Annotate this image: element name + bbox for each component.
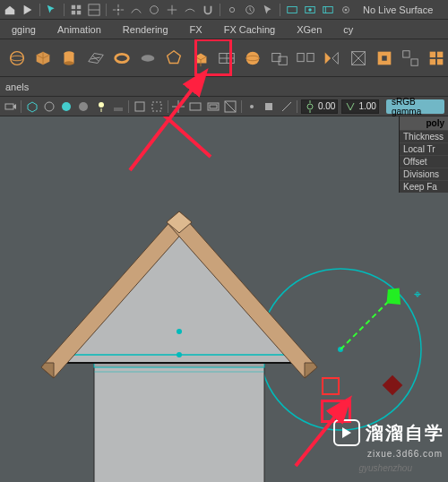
- poly-type-button[interactable]: [215, 45, 237, 72]
- film-gate-icon[interactable]: [189, 99, 202, 115]
- svg-rect-58: [114, 108, 123, 111]
- combine-button[interactable]: [268, 45, 290, 72]
- svg-rect-49: [437, 51, 443, 56]
- grid-toggle-icon[interactable]: [172, 99, 185, 115]
- tab-fx-caching[interactable]: FX Caching: [214, 20, 285, 39]
- ipr-icon[interactable]: [322, 4, 334, 16]
- shelf-bar: [0, 39, 448, 77]
- wireframe-icon[interactable]: [42, 99, 56, 115]
- svg-rect-60: [152, 102, 161, 111]
- light-icon[interactable]: [94, 99, 108, 115]
- tab-fx[interactable]: FX: [180, 20, 212, 39]
- shadow-icon[interactable]: [111, 99, 125, 115]
- more-button[interactable]: [426, 45, 448, 72]
- render-icon[interactable]: [286, 4, 298, 16]
- svg-point-68: [250, 105, 254, 108]
- textured-icon[interactable]: [77, 99, 90, 115]
- tab-rigging[interactable]: gging: [2, 20, 46, 39]
- xray-icon[interactable]: [151, 99, 164, 115]
- svg-point-90: [177, 329, 182, 334]
- viewport[interactable]: poly Thickness Local Tr Offset Divisions…: [0, 116, 448, 482]
- arrow-icon[interactable]: [22, 4, 34, 16]
- exposure-field[interactable]: 0.00: [301, 99, 338, 114]
- layout-icon[interactable]: [88, 4, 100, 16]
- shaded-icon[interactable]: [60, 99, 73, 115]
- append-button[interactable]: [399, 45, 421, 72]
- smooth-button[interactable]: [347, 45, 369, 72]
- grid-icon[interactable]: [70, 4, 82, 16]
- poly-disc-button[interactable]: [136, 45, 159, 72]
- snap-grid-icon[interactable]: [112, 4, 125, 16]
- shelf-tabs: gging Animation Rendering FX FX Caching …: [0, 20, 448, 39]
- svg-point-89: [177, 352, 182, 357]
- svg-marker-82: [54, 222, 305, 363]
- poly-cylinder-button[interactable]: [58, 45, 81, 72]
- tab-rendering[interactable]: Rendering: [113, 20, 178, 39]
- svg-point-70: [307, 104, 313, 109]
- svg-rect-50: [430, 58, 435, 64]
- panel-toolbar: 0.00 1.00 sRGB gamma: [0, 97, 448, 116]
- mirror-button[interactable]: [321, 45, 343, 72]
- snap-point-icon[interactable]: [148, 4, 160, 16]
- poly-extrude-button[interactable]: [189, 45, 211, 72]
- svg-line-67: [225, 101, 236, 112]
- svg-point-53: [45, 102, 54, 111]
- svg-rect-19: [323, 6, 333, 13]
- svg-rect-59: [135, 102, 144, 111]
- poly-sphere-button[interactable]: [5, 45, 28, 72]
- separate-button[interactable]: [294, 45, 316, 72]
- render-region-icon[interactable]: [304, 4, 316, 16]
- svg-marker-93: [41, 363, 54, 378]
- isolate-icon[interactable]: [133, 99, 146, 115]
- svg-point-22: [345, 8, 348, 11]
- camera-select-icon[interactable]: [4, 99, 17, 115]
- gamma-field[interactable]: 1.00: [341, 99, 378, 114]
- top-icon-bar: No Live Surface: [0, 0, 448, 20]
- svg-rect-69: [265, 103, 272, 110]
- exposure-value: 0.00: [318, 101, 335, 111]
- pan-icon[interactable]: [226, 4, 238, 16]
- svg-rect-65: [210, 105, 217, 108]
- cube-display-icon[interactable]: [25, 99, 39, 115]
- poly-platonics-button[interactable]: [163, 45, 185, 72]
- poly-sphere2-button[interactable]: [242, 45, 264, 72]
- svg-point-30: [115, 54, 128, 62]
- render-settings-icon[interactable]: [340, 4, 352, 16]
- magnet-icon[interactable]: [202, 4, 214, 16]
- select-icon[interactable]: [46, 4, 58, 16]
- tab-custom[interactable]: cy: [333, 20, 363, 39]
- svg-rect-2: [72, 10, 75, 13]
- home-icon[interactable]: [4, 4, 16, 16]
- poly-torus-button[interactable]: [110, 45, 133, 72]
- svg-point-11: [151, 5, 159, 13]
- svg-rect-1: [77, 4, 81, 8]
- poly-plane-button[interactable]: [84, 45, 107, 72]
- opt2-icon[interactable]: [263, 99, 276, 115]
- svg-point-24: [10, 56, 23, 61]
- fill-hole-button[interactable]: [373, 45, 395, 72]
- live-surface-label: No Live Surface: [363, 4, 433, 15]
- svg-rect-39: [297, 53, 304, 61]
- snap-plus-icon[interactable]: [166, 4, 178, 16]
- gate-mask-icon[interactable]: [223, 99, 237, 115]
- resolution-gate-icon[interactable]: [206, 99, 220, 115]
- svg-rect-77: [323, 378, 339, 394]
- select-arrow-icon[interactable]: [262, 4, 274, 16]
- opt1-icon[interactable]: [245, 99, 258, 115]
- history-icon[interactable]: [244, 4, 256, 16]
- watermark-text: 溜溜自学: [366, 421, 444, 445]
- snap-live-icon[interactable]: [184, 4, 196, 16]
- tab-xgen[interactable]: XGen: [287, 20, 332, 39]
- svg-rect-79: [94, 360, 264, 482]
- poly-cube-button[interactable]: [31, 45, 54, 72]
- play-icon: [333, 419, 360, 446]
- snap-curve-icon[interactable]: [130, 4, 142, 16]
- panels-text: anels: [5, 82, 29, 92]
- svg-line-96: [125, 116, 211, 157]
- svg-rect-78: [383, 375, 403, 396]
- colorspace-dropdown[interactable]: sRGB gamma: [386, 99, 444, 114]
- svg-rect-51: [437, 58, 443, 64]
- tab-animation[interactable]: Animation: [47, 20, 111, 39]
- svg-rect-40: [307, 53, 314, 61]
- opt3-icon[interactable]: [280, 99, 293, 115]
